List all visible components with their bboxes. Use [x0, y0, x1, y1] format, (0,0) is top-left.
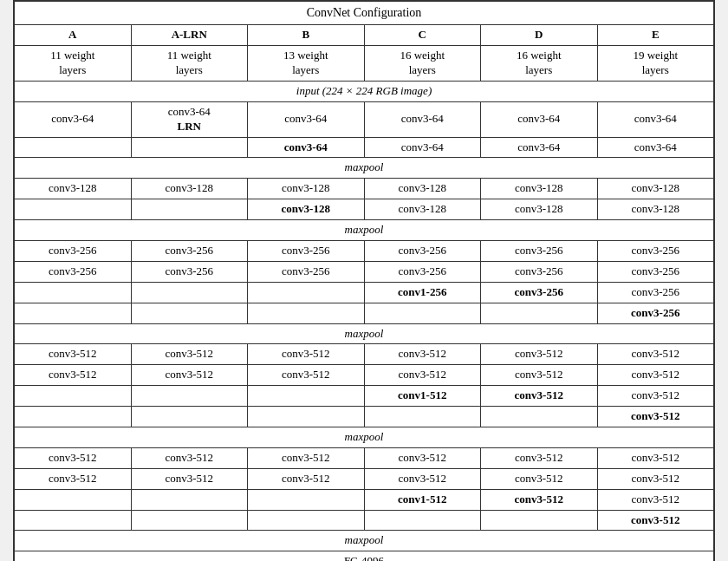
cell-e14: conv3-512 [597, 468, 714, 489]
table-row: conv1-256 conv3-256 conv3-256 [15, 282, 714, 303]
maxpool-row-2: maxpool [15, 220, 714, 241]
cell-d9: conv3-512 [481, 344, 598, 365]
col-e: E [597, 25, 714, 46]
cell-alrn6: conv3-256 [131, 261, 248, 282]
cell-b15 [248, 489, 365, 510]
table-row: conv3-128 conv3-128 conv3-128 conv3-128 … [15, 179, 714, 199]
cell-e1: conv3-64 [597, 101, 714, 137]
cell-c8 [364, 303, 481, 323]
cell-e7: conv3-256 [597, 282, 714, 303]
cell-d12 [481, 407, 598, 427]
cell-alrn16 [131, 510, 248, 531]
table-title: ConvNet Configuration [15, 2, 714, 25]
cell-b7 [248, 282, 365, 303]
cell-alrn15 [131, 489, 248, 510]
maxpool-2: maxpool [15, 220, 714, 241]
cell-c12 [364, 407, 481, 427]
cell-alrn11 [131, 386, 248, 407]
table-row: conv3-64 conv3-64 conv3-64 conv3-64 [15, 137, 714, 158]
table-row: conv3-512 conv3-512 conv3-512 conv3-512 … [15, 468, 714, 489]
cell-a6: conv3-256 [15, 261, 132, 282]
cell-a9: conv3-512 [15, 344, 132, 365]
cell-c3: conv3-128 [364, 179, 481, 199]
cell-alrn8 [131, 303, 248, 323]
cell-alrn10: conv3-512 [131, 365, 248, 386]
cell-a10: conv3-512 [15, 365, 132, 386]
maxpool-1: maxpool [15, 158, 714, 179]
cell-c4: conv3-128 [364, 199, 481, 220]
title-row: ConvNet Configuration [15, 2, 714, 25]
cell-e12: conv3-512 [597, 407, 714, 427]
cell-e10: conv3-512 [597, 365, 714, 386]
weight-layers-row: 11 weightlayers 11 weightlayers 13 weigh… [15, 46, 714, 82]
cell-alrn7 [131, 282, 248, 303]
cell-a13: conv3-512 [15, 447, 132, 468]
cell-e4: conv3-128 [597, 199, 714, 220]
table-row: conv3-256 [15, 303, 714, 323]
cell-c11: conv1-512 [364, 386, 481, 407]
col-b: B [248, 25, 365, 46]
cell-a7 [15, 282, 132, 303]
convnet-config-container: ConvNet Configuration A A-LRN B C D E 11… [13, 0, 715, 561]
table-row: conv3-64 conv3-64LRN conv3-64 conv3-64 c… [15, 101, 714, 137]
cell-c10: conv3-512 [364, 365, 481, 386]
maxpool-4: maxpool [15, 427, 714, 448]
table-row: conv3-512 conv3-512 conv3-512 conv3-512 … [15, 447, 714, 468]
cell-c7: conv1-256 [364, 282, 481, 303]
cell-alrn3: conv3-128 [131, 179, 248, 199]
cell-e13: conv3-512 [597, 447, 714, 468]
cell-d13: conv3-512 [481, 447, 598, 468]
maxpool-row-3: maxpool [15, 323, 714, 344]
cell-a11 [15, 386, 132, 407]
cell-a2 [15, 137, 132, 158]
maxpool-row-1: maxpool [15, 158, 714, 179]
table-row: conv3-512 [15, 510, 714, 531]
cell-b4: conv3-128 [248, 199, 365, 220]
cell-b13: conv3-512 [248, 447, 365, 468]
weight-d: 16 weightlayers [481, 46, 598, 82]
cell-e5: conv3-256 [597, 240, 714, 261]
cell-d16 [481, 510, 598, 531]
cell-d6: conv3-256 [481, 261, 598, 282]
cell-a14: conv3-512 [15, 468, 132, 489]
weight-b: 13 weightlayers [248, 46, 365, 82]
cell-a12 [15, 407, 132, 427]
weight-c: 16 weightlayers [364, 46, 481, 82]
table-row: conv3-128 conv3-128 conv3-128 conv3-128 [15, 199, 714, 220]
cell-c5: conv3-256 [364, 240, 481, 261]
cell-a5: conv3-256 [15, 240, 132, 261]
cell-c6: conv3-256 [364, 261, 481, 282]
cell-alrn13: conv3-512 [131, 447, 248, 468]
input-row: input (224 × 224 RGB image) [15, 81, 714, 101]
maxpool-5: maxpool [15, 531, 714, 551]
table-row: conv1-512 conv3-512 conv3-512 [15, 386, 714, 407]
cell-d4: conv3-128 [481, 199, 598, 220]
cell-e16: conv3-512 [597, 510, 714, 531]
cell-b6: conv3-256 [248, 261, 365, 282]
cell-d8 [481, 303, 598, 323]
cell-b16 [248, 510, 365, 531]
fc4096-row-1: FC-4096 [15, 551, 714, 561]
cell-d15: conv3-512 [481, 489, 598, 510]
cell-a3: conv3-128 [15, 179, 132, 199]
table-row: conv3-256 conv3-256 conv3-256 conv3-256 … [15, 261, 714, 282]
col-alrn: A-LRN [131, 25, 248, 46]
table-row: conv3-256 conv3-256 conv3-256 conv3-256 … [15, 240, 714, 261]
cell-c14: conv3-512 [364, 468, 481, 489]
fc-4096-1: FC-4096 [15, 551, 714, 561]
input-label: input (224 × 224 RGB image) [15, 81, 714, 101]
maxpool-3: maxpool [15, 323, 714, 344]
cell-b12 [248, 407, 365, 427]
table-row: conv3-512 [15, 407, 714, 427]
cell-alrn12 [131, 407, 248, 427]
cell-b8 [248, 303, 365, 323]
cell-d3: conv3-128 [481, 179, 598, 199]
maxpool-row-4: maxpool [15, 427, 714, 448]
cell-a1: conv3-64 [15, 101, 132, 137]
weight-e: 19 weightlayers [597, 46, 714, 82]
cell-alrn9: conv3-512 [131, 344, 248, 365]
cell-alrn14: conv3-512 [131, 468, 248, 489]
weight-alrn: 11 weightlayers [131, 46, 248, 82]
col-header-row: A A-LRN B C D E [15, 25, 714, 46]
cell-b3: conv3-128 [248, 179, 365, 199]
